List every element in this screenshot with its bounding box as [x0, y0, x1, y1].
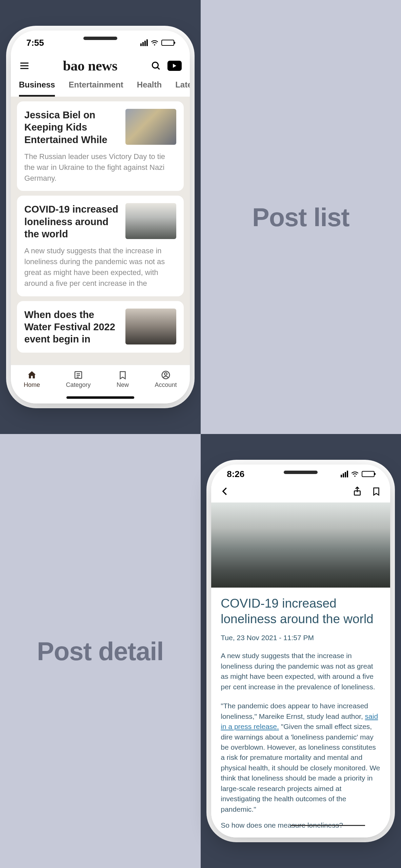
app-header: bao news: [11, 55, 190, 74]
battery-icon: [161, 40, 174, 46]
status-time: 7:55: [26, 38, 44, 48]
search-icon[interactable]: [151, 60, 161, 71]
phone-notch: [262, 465, 340, 480]
post-thumbnail: [125, 309, 176, 344]
nav-category[interactable]: Category: [66, 370, 91, 389]
category-tabs: Business Entertainment Health Lates: [11, 74, 190, 97]
svg-line-4: [157, 67, 159, 69]
home-indicator: [11, 391, 190, 403]
post-paragraph: A new study suggests that the increase i…: [221, 651, 381, 692]
wifi-icon: [351, 470, 359, 478]
nav-new[interactable]: New: [117, 370, 129, 389]
post-body: COVID-19 increased loneliness around the…: [211, 588, 390, 837]
post-thumbnail: [125, 109, 176, 145]
tab-latest[interactable]: Lates: [175, 80, 190, 97]
list-item[interactable]: When does the Water Festival 2022 event …: [17, 301, 184, 353]
tab-entertainment[interactable]: Entertainment: [68, 80, 123, 97]
phone-notch: [61, 31, 139, 46]
category-icon: [73, 370, 83, 380]
phone-post-detail: 8:26 COVID-19 increase: [211, 465, 390, 837]
list-item[interactable]: Jessica Biel on Keeping Kids Entertained…: [17, 101, 184, 191]
account-icon: [161, 370, 171, 380]
nav-label: New: [117, 381, 129, 389]
post-paragraph: "The pandemic does appear to have increa…: [221, 701, 381, 814]
back-icon[interactable]: [220, 486, 230, 498]
detail-header: [211, 484, 390, 502]
svg-point-3: [152, 62, 158, 68]
post-title: When does the Water Festival 2022 event …: [24, 309, 120, 346]
phone-post-list: 7:55 bao news Business Entertainment: [11, 31, 190, 403]
section-label-list: Post list: [252, 202, 349, 232]
post-date: Tue, 23 Nov 2021 - 11:57 PM: [221, 634, 381, 642]
section-label-detail: Post detail: [37, 636, 163, 666]
post-cutoff-line: So how does one measure loneliness?: [221, 821, 381, 829]
bookmark-icon: [118, 370, 128, 380]
bookmark-icon[interactable]: [371, 486, 381, 498]
wifi-icon: [151, 39, 159, 47]
svg-point-10: [164, 373, 167, 375]
post-title: COVID-19 increased loneliness around the…: [24, 203, 120, 240]
signal-icon: [341, 471, 348, 477]
menu-icon[interactable]: [19, 60, 30, 71]
home-icon: [27, 370, 37, 380]
tab-business[interactable]: Business: [19, 80, 55, 97]
nav-account[interactable]: Account: [155, 370, 177, 389]
share-icon[interactable]: [352, 486, 362, 498]
post-summary: The Russian leader uses Victory Day to t…: [24, 151, 176, 184]
post-thumbnail: [125, 203, 176, 239]
list-item[interactable]: COVID-19 increased loneliness around the…: [17, 196, 184, 296]
post-title: COVID-19 increased loneliness around the…: [221, 596, 381, 627]
tab-health[interactable]: Health: [137, 80, 162, 97]
status-time: 8:26: [227, 469, 244, 479]
bottom-nav: Home Category New Account: [11, 365, 190, 391]
battery-icon: [362, 471, 375, 477]
nav-label: Account: [155, 381, 177, 389]
app-title: bao news: [36, 58, 144, 74]
post-summary: A new study suggests that the increase i…: [24, 245, 176, 289]
post-title: Jessica Biel on Keeping Kids Entertained…: [24, 109, 120, 146]
post-hero-image: [211, 502, 390, 588]
signal-icon: [140, 39, 148, 46]
nav-home[interactable]: Home: [24, 370, 40, 389]
nav-label: Category: [66, 381, 91, 389]
nav-label: Home: [24, 381, 40, 389]
video-icon[interactable]: [167, 61, 182, 71]
post-list: Jessica Biel on Keeping Kids Entertained…: [11, 97, 190, 365]
